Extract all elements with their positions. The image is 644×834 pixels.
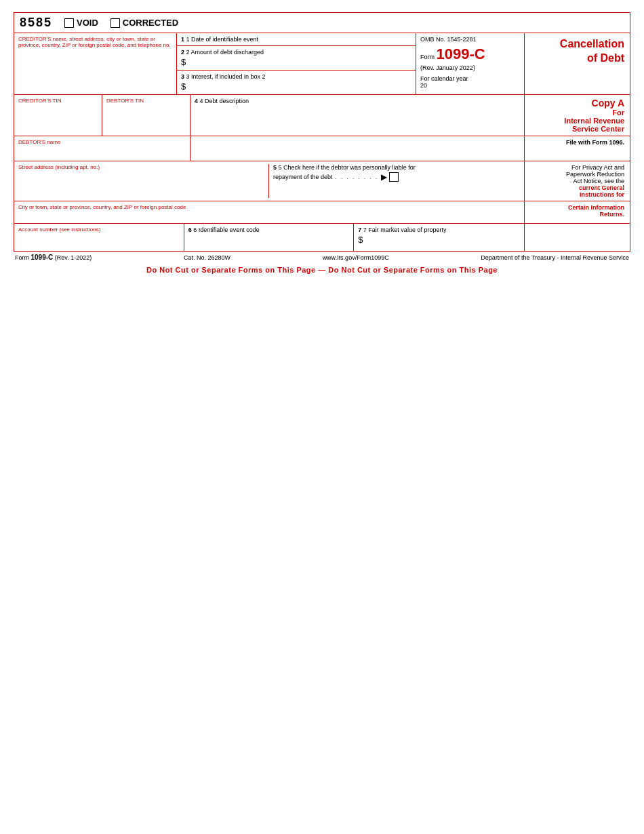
void-label: VOID: [77, 18, 98, 28]
row1: CREDITOR'S name, street address, city or…: [14, 33, 630, 95]
box5-cell: 5 5 Check here if the debtor was persona…: [269, 164, 520, 198]
form-ref-prefix: Form: [15, 254, 31, 261]
box1-label: 1 Date of identifiable event: [186, 36, 259, 43]
for-calendar-year: For calendar year: [420, 75, 520, 82]
box6-cell: 6 6 Identifiable event code: [184, 224, 355, 251]
box2: 2 2 Amount of debt discharged $: [177, 46, 416, 71]
creditors-tin-label: CREDITOR'S TIN: [18, 98, 61, 104]
debtors-name-cell: DEBTOR'S name: [14, 136, 190, 161]
privacy-act-text: For Privacy Act and: [530, 164, 624, 171]
box7-label: 7 Fair market value of property: [363, 226, 447, 233]
cancellation-title: Cancellation of Debt: [525, 33, 630, 94]
box2-label: 2 Amount of debt discharged: [186, 49, 264, 56]
box1: 1 1 Date of identifiable event: [177, 33, 416, 46]
row4: Street address (including apt. no.) 5 5 …: [14, 161, 630, 201]
box2-dollar: $: [181, 57, 411, 67]
returns-text: Returns.: [530, 211, 624, 218]
file-with-text: File with Form 1096.: [566, 139, 624, 146]
row6: Account number (see instructions) 6 6 Id…: [14, 224, 630, 251]
copy-irs-text: Internal Revenue: [530, 117, 624, 125]
website: www.irs.gov/Form1099C: [323, 254, 389, 261]
copy-service-text: Service Center: [530, 125, 624, 133]
creditors-tin-cell: CREDITOR'S TIN: [14, 95, 102, 136]
box5-arrow-icon: ▶: [381, 173, 386, 182]
omb-col: OMB No. 1545-2281 Form 1099-C (Rev. Janu…: [416, 33, 525, 94]
omb-number: OMB No. 1545-2281: [420, 36, 520, 43]
corrected-checkbox[interactable]: [110, 18, 120, 28]
boxes-123: 1 1 Date of identifiable event 2 2 Amoun…: [177, 33, 416, 94]
cancellation-line1: Cancellation: [530, 37, 624, 52]
box3-dollar: $: [181, 81, 411, 92]
box4-cell: 4 4 Debt description: [190, 95, 525, 136]
city-label: City or town, state or province, country…: [18, 204, 186, 210]
creditor-info-cell: CREDITOR'S name, street address, city or…: [14, 33, 177, 94]
rev-date: (Rev. January 2022): [420, 64, 520, 71]
copy-a-text: Copy A: [530, 98, 624, 108]
form-name: 1099-C: [437, 45, 485, 62]
box4-label: 4 Debt description: [200, 98, 249, 104]
form-number: 8585: [20, 16, 52, 30]
box5-label: 5 Check here if the debtor was personall…: [279, 164, 416, 171]
box7-cell: 7 7 Fair market value of property $: [354, 224, 524, 251]
dept-label: Department of the Treasury - Internal Re…: [481, 254, 629, 261]
street-address-cell: Street address (including apt. no.): [18, 164, 269, 198]
corrected-checkbox-label[interactable]: CORRECTED: [110, 18, 178, 28]
account-cell: Account number (see instructions): [14, 224, 184, 251]
form-prefix: Form: [420, 54, 435, 60]
file-with-cell: File with Form 1096.: [525, 136, 630, 161]
row6-right-empty: [525, 224, 630, 251]
debtors-tin-label: DEBTOR'S TIN: [106, 98, 144, 104]
row3-empty: [190, 136, 525, 161]
act-notice-text: Act Notice, see the: [530, 178, 624, 184]
certain-cell-top: Certain Information Returns.: [525, 201, 630, 223]
row5: City or town, state or province, country…: [14, 201, 630, 224]
copy-a-cell: Copy A For Internal Revenue Service Cent…: [525, 95, 630, 136]
certain-info-text: Certain Information: [530, 204, 624, 211]
cut-line: Do Not Cut or Separate Forms on This Pag…: [14, 263, 630, 277]
account-label: Account number (see instructions): [18, 226, 100, 233]
cancellation-line2: of Debt: [530, 52, 624, 66]
box3: 3 3 Interest, if included in box 2 $: [177, 71, 416, 94]
debtors-tin-cell: DEBTOR'S TIN: [102, 95, 190, 136]
box6-label: 6 Identifiable event code: [193, 226, 260, 233]
void-checkbox-label[interactable]: VOID: [64, 18, 98, 28]
row6-left: Account number (see instructions) 6 6 Id…: [14, 224, 525, 251]
row2: CREDITOR'S TIN DEBTOR'S TIN 4 4 Debt des…: [14, 95, 630, 136]
privacy-cell: For Privacy Act and Paperwork Reduction …: [525, 161, 630, 201]
void-checkbox[interactable]: [64, 18, 74, 28]
copy-for-text: For: [530, 108, 624, 117]
box7-dollar: $: [358, 235, 520, 245]
form-header: 8585 VOID CORRECTED: [14, 13, 630, 33]
instructions-for-text: Instructions for: [530, 191, 624, 198]
cat-no: Cat. No. 26280W: [184, 254, 230, 261]
creditor-info-label: CREDITOR'S name, street address, city or…: [18, 36, 171, 48]
city-cell: City or town, state or province, country…: [14, 201, 525, 223]
row4-left: Street address (including apt. no.) 5 5 …: [14, 161, 525, 201]
street-address-label: Street address (including apt. no.): [18, 164, 100, 170]
box5-sub-text: repayment of the debt: [273, 174, 333, 180]
row3: DEBTOR'S name File with Form 1096.: [14, 136, 630, 161]
box5-sub-row: repayment of the debt . . . . . . . . ▶: [273, 172, 520, 182]
form-ref-block: Form 1099-C (Rev. 1-2022): [15, 254, 92, 261]
current-general-text: current General: [530, 184, 624, 191]
form-footer: Form 1099-C (Rev. 1-2022) Cat. No. 26280…: [14, 252, 630, 263]
box5-checkbox[interactable]: [389, 172, 399, 182]
year-value: 20: [420, 82, 520, 89]
form-1099c-block: Form 1099-C: [420, 45, 520, 63]
debtors-name-label: DEBTOR'S name: [18, 139, 60, 145]
form-1099c: 8585 VOID CORRECTED CREDITOR'S name, str…: [14, 12, 630, 252]
box3-label: 3 Interest, if included in box 2: [186, 73, 266, 80]
corrected-label: CORRECTED: [123, 18, 178, 28]
form-ref-name: 1099-C: [31, 254, 54, 261]
paperwork-text: Paperwork Reduction: [530, 171, 624, 178]
form-ref-rest: (Rev. 1-2022): [53, 254, 92, 261]
